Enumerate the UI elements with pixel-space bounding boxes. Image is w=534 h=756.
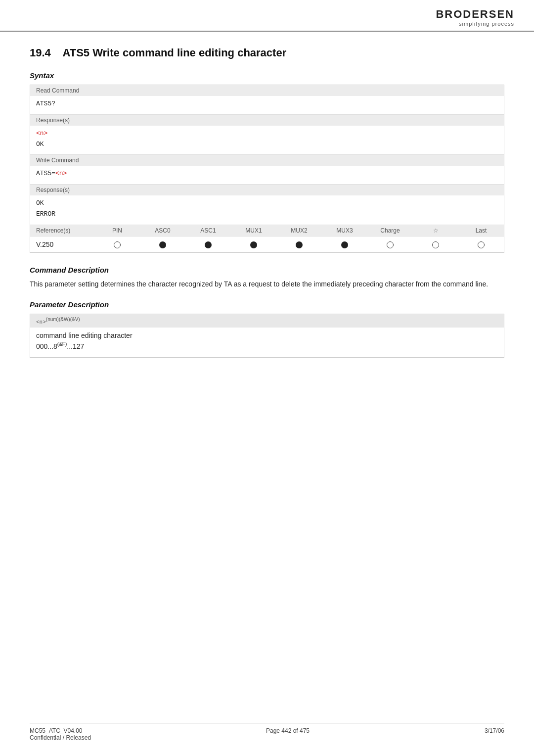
circle-filled-asc1 — [205, 241, 212, 248]
param-data: command line editing character 000...8(&… — [30, 328, 504, 357]
write-command-label: Write Command — [30, 155, 504, 166]
page-header: BRODERSEN simplifying process — [0, 0, 534, 32]
param-table: <n>(num)(&W)(&V) command line editing ch… — [30, 314, 504, 358]
footer-center: Page 442 of 475 — [266, 727, 310, 741]
circle-empty-special — [432, 241, 439, 248]
section-number: 19.4 — [30, 47, 51, 59]
write-response-row: Response(s) OK ERROR — [30, 185, 504, 225]
logo-subtitle: simplifying process — [459, 21, 514, 27]
read-response-n: <n> — [36, 130, 47, 137]
ref-cell-charge — [367, 240, 413, 248]
command-desc-label: Command Description — [30, 266, 504, 274]
param-desc-label: Parameter Description — [30, 300, 504, 309]
read-command-content: ATS5? — [30, 96, 504, 114]
read-command-label: Read Command — [30, 85, 504, 96]
reference-row: Reference(s) PIN ASC0 ASC1 MUX1 MUX2 MUX… — [30, 225, 504, 252]
read-command-row: Read Command ATS5? — [30, 85, 504, 115]
circle-filled-mux1 — [250, 241, 257, 248]
write-response-content: OK ERROR — [30, 195, 504, 225]
write-command-content: ATS5=<n> — [30, 166, 504, 184]
reference-header: Reference(s) PIN ASC0 ASC1 MUX1 MUX2 MUX… — [30, 225, 504, 236]
ref-col-mux2-label: MUX2 — [276, 227, 322, 234]
ref-col-mux1-label: MUX1 — [231, 227, 276, 234]
ref-col-charge-label: Charge — [367, 227, 413, 234]
circle-filled-mux3 — [341, 241, 348, 248]
ref-cell-asc1 — [185, 240, 231, 248]
ref-col-last-label: Last — [458, 227, 504, 234]
param-n-label: <n> — [36, 319, 46, 325]
ref-col-mux3-label: MUX3 — [322, 227, 367, 234]
write-command-row: Write Command ATS5=<n> — [30, 155, 504, 185]
write-command-text: ATS5=<n> — [36, 170, 67, 177]
logo-area: BRODERSEN simplifying process — [436, 8, 514, 27]
param-header-label: <n>(num)(&W)(&V) — [30, 314, 504, 328]
circle-empty-last — [478, 241, 485, 248]
ref-col-special-label: ☆ — [413, 227, 458, 234]
footer-doc-id: MC55_ATC_V04.00 — [30, 727, 91, 734]
page-footer: MC55_ATC_V04.00 Confidential / Released … — [30, 723, 504, 741]
param-desc-line1: command line editing character — [36, 331, 498, 339]
ref-cell-special — [413, 240, 458, 248]
ref-col-asc1-label: ASC1 — [185, 227, 231, 234]
circle-filled-mux2 — [296, 241, 303, 248]
reference-data: V.250 — [30, 236, 504, 252]
page-container: BRODERSEN simplifying process 19.4 ATS5 … — [0, 0, 534, 756]
param-desc-line2: 000...8(&F)...127 — [36, 341, 498, 350]
logo-text: BRODERSEN — [436, 8, 514, 21]
command-desc-text: This parameter setting determines the ch… — [30, 279, 504, 289]
ref-col-pin-label: PIN — [94, 227, 140, 234]
read-response-row: Response(s) <n> OK — [30, 115, 504, 155]
ref-row-name: V.250 — [30, 240, 94, 248]
ref-cell-mux1 — [231, 240, 276, 248]
ref-col-asc0-label: ASC0 — [140, 227, 185, 234]
circle-empty-pin — [114, 241, 121, 248]
circle-empty-charge — [387, 241, 394, 248]
ref-col-name-label: Reference(s) — [30, 227, 94, 234]
write-response-error: ERROR — [36, 210, 55, 218]
param-superscript: (num)(&W)(&V) — [46, 317, 80, 322]
ref-cell-last — [458, 240, 504, 248]
ref-cell-mux3 — [322, 240, 367, 248]
write-response-ok: OK — [36, 199, 44, 207]
syntax-block: Read Command ATS5? Response(s) <n> OK Wr… — [30, 85, 504, 253]
footer-date: 3/17/06 — [485, 727, 504, 741]
ref-cell-mux2 — [276, 240, 322, 248]
write-response-label: Response(s) — [30, 185, 504, 195]
ref-cell-pin — [94, 240, 140, 248]
param-header: <n>(num)(&W)(&V) — [30, 314, 504, 328]
read-command-text: ATS5? — [36, 100, 55, 107]
syntax-label: Syntax — [30, 71, 504, 80]
ref-cell-asc0 — [140, 240, 185, 248]
main-content: 19.4 ATS5 Write command line editing cha… — [0, 32, 534, 374]
param-ampf-superscript: (&F) — [57, 341, 67, 347]
read-response-label: Response(s) — [30, 115, 504, 126]
footer-left: MC55_ATC_V04.00 Confidential / Released — [30, 727, 91, 741]
section-heading: 19.4 ATS5 Write command line editing cha… — [30, 47, 504, 59]
read-response-content: <n> OK — [30, 126, 504, 155]
section-title: ATS5 Write command line editing characte… — [62, 47, 286, 59]
read-response-ok: OK — [36, 141, 44, 148]
footer-confidential: Confidential / Released — [30, 734, 91, 741]
circle-filled-asc0 — [159, 241, 166, 248]
